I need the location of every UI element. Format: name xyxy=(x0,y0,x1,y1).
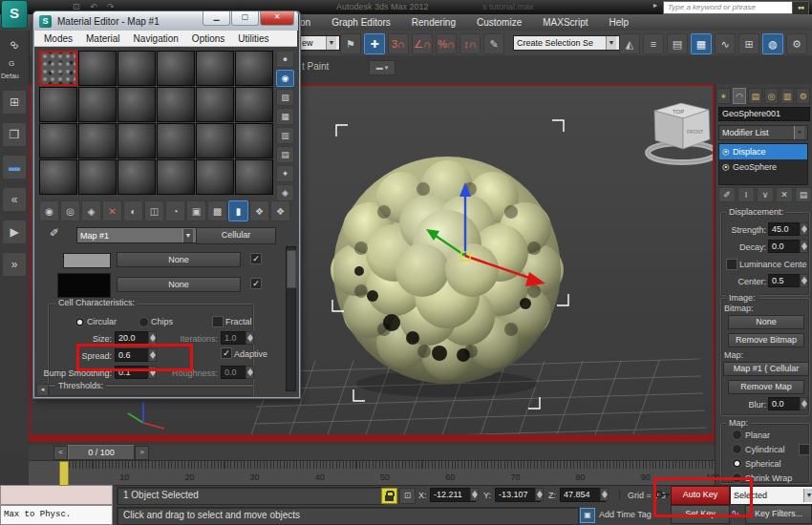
put-to-library-icon[interactable]: ◫ xyxy=(144,200,164,221)
me-menu-material[interactable]: Material xyxy=(86,33,120,44)
named-selection-sets-icon[interactable]: ⚑ xyxy=(340,33,361,54)
sample-slot-22[interactable] xyxy=(157,159,195,195)
chevron-down-icon[interactable]: ▼ xyxy=(803,489,812,502)
iterations-spinner[interactable] xyxy=(246,331,254,345)
infocenter-arrow-icon[interactable]: ▸ xyxy=(653,1,657,10)
next-frame-button[interactable]: > xyxy=(135,446,149,460)
sample-slot-12[interactable] xyxy=(235,87,273,122)
material-editor-icon[interactable]: ◍ xyxy=(762,33,783,54)
go-to-sibling-icon[interactable]: ❖ xyxy=(270,200,290,221)
size-spinner[interactable] xyxy=(148,331,157,345)
search-input[interactable]: Type a keyword or phrase xyxy=(663,1,793,14)
x-spinner[interactable] xyxy=(470,488,479,501)
stack-item-displace[interactable]: ⦿Displace xyxy=(719,144,807,159)
ribbon-collapse-icon[interactable]: ▬ ▾ xyxy=(369,60,395,75)
rigid-body-icon[interactable]: ❐ xyxy=(2,122,27,147)
menu-help[interactable]: Help xyxy=(609,17,629,28)
menu-customize[interactable]: Customize xyxy=(477,17,522,28)
material-type-button[interactable]: Cellular xyxy=(196,227,276,244)
blur-spinner[interactable] xyxy=(800,397,808,410)
reset-simulation-icon[interactable]: « xyxy=(2,187,27,212)
percent-snap-icon[interactable]: %∩ xyxy=(436,33,457,54)
time-slider-handle[interactable] xyxy=(59,461,69,486)
sample-slot-4[interactable] xyxy=(157,51,195,86)
graphite-ribbon-icon[interactable]: ▦ xyxy=(691,33,712,54)
pin-stack-icon[interactable]: ✐ xyxy=(718,187,736,202)
viewcube[interactable]: TOP FRONT xyxy=(648,103,713,162)
sample-type-icon[interactable]: ● xyxy=(276,51,294,68)
cylindrical-radio[interactable] xyxy=(732,444,742,454)
sample-slot-21[interactable] xyxy=(118,159,156,195)
fractal-checkbox[interactable] xyxy=(212,316,224,327)
sample-slot-1[interactable] xyxy=(39,51,77,86)
me-menu-options[interactable]: Options xyxy=(192,33,224,44)
decay-spinner[interactable] xyxy=(800,240,808,253)
curve-editor-icon[interactable]: ∿ xyxy=(715,33,736,54)
rail-tab-graphite[interactable]: G xyxy=(9,59,14,68)
schematic-view-icon[interactable]: ⊞ xyxy=(738,33,759,54)
mirror-icon[interactable]: ◭ xyxy=(619,33,640,54)
size-field[interactable]: 20.0 xyxy=(115,331,153,345)
select-by-material-icon[interactable]: ◈ xyxy=(276,184,294,201)
chips-radio[interactable] xyxy=(139,317,149,327)
make-unique-icon[interactable]: ∨ xyxy=(757,187,774,202)
undo-icon[interactable]: ↶ xyxy=(90,2,97,11)
sample-slot-20[interactable] xyxy=(78,159,117,195)
sample-slot-6[interactable] xyxy=(235,51,273,86)
tab-create-icon[interactable]: ✶ xyxy=(716,88,731,104)
sample-slot-7[interactable] xyxy=(39,87,77,122)
sample-slot-10[interactable] xyxy=(157,87,195,122)
app-logo-icon[interactable]: S xyxy=(1,0,28,29)
sample-slot-2[interactable] xyxy=(78,51,117,86)
me-menu-modes[interactable]: Modes xyxy=(44,33,73,44)
tiling-icon[interactable]: ▥ xyxy=(276,127,294,144)
menu-maxscript[interactable]: MAXScript xyxy=(543,17,588,28)
sample-slot-23[interactable] xyxy=(196,159,234,195)
close-button[interactable]: ✕ xyxy=(260,11,294,26)
rail-tab-default[interactable]: Defau xyxy=(1,73,19,79)
material-editor-titlebar[interactable]: S Material Editor - Map #1 ▁ ▢ ✕ xyxy=(33,11,298,31)
remove-map-button[interactable]: Remove Map xyxy=(728,380,804,394)
absolute-offset-icon[interactable]: ⊡ xyxy=(399,488,416,504)
render-setup-icon[interactable]: ⚙ xyxy=(786,33,807,54)
luminance-center-checkbox[interactable] xyxy=(726,259,737,270)
bitmap-none-button[interactable]: None xyxy=(728,315,804,329)
add-time-tag-label[interactable]: Add Time Tag xyxy=(599,510,652,519)
scrollbar-thumb[interactable] xyxy=(287,250,296,288)
time-tag-icon[interactable]: ▣ xyxy=(580,508,595,523)
selection-lock-icon[interactable] xyxy=(381,488,397,504)
sample-slot-15[interactable] xyxy=(118,123,156,158)
assign-material-icon[interactable]: ◈ xyxy=(81,200,101,221)
pick-material-icon[interactable]: ✐ xyxy=(50,226,59,240)
play-simulation-icon[interactable]: ▶ xyxy=(2,220,27,244)
ribbon-tab-object-paint[interactable]: t Paint xyxy=(302,61,329,72)
sample-slot-24[interactable] xyxy=(235,159,273,195)
sample-slot-19[interactable] xyxy=(39,159,77,195)
tab-motion-icon[interactable]: ◎ xyxy=(764,88,779,104)
capsule-icon[interactable]: ▬ xyxy=(2,155,27,179)
tab-modify-icon[interactable]: ◠ xyxy=(733,88,747,104)
strength-spinner[interactable] xyxy=(800,222,808,236)
step-simulation-icon[interactable]: » xyxy=(2,252,27,277)
chevron-down-icon[interactable]: ▼ xyxy=(606,36,616,50)
scroll-left-icon[interactable]: ◂ xyxy=(36,384,49,396)
modifier-stack[interactable]: ⦿Displace⦿GeoSphere xyxy=(718,143,808,185)
sample-slot-16[interactable] xyxy=(157,123,195,158)
stack-item-geosphere[interactable]: ⦿GeoSphere xyxy=(719,159,807,175)
planar-radio[interactable] xyxy=(732,430,742,440)
video-color-check-icon[interactable]: ▤ xyxy=(276,146,294,163)
geosphere-object[interactable] xyxy=(331,157,564,384)
division-color-swatch[interactable] xyxy=(57,273,111,298)
viewcube-top-label[interactable]: TOP xyxy=(673,109,684,115)
chevron-down-icon[interactable]: ▼ xyxy=(794,126,804,139)
backlight-icon[interactable]: ▧ xyxy=(276,89,294,106)
sample-slot-14[interactable] xyxy=(78,123,117,158)
align-icon[interactable]: ≡ xyxy=(643,33,664,54)
y-spinner[interactable] xyxy=(535,488,544,501)
show-map-in-viewport-icon[interactable]: ▮ xyxy=(228,200,248,221)
y-coordinate-field[interactable]: -13.107 xyxy=(495,488,541,502)
chevron-down-icon[interactable]: ▼ xyxy=(182,229,193,242)
material-name-combo[interactable]: Map #1 ▼ xyxy=(76,227,197,243)
configure-modifier-sets-icon[interactable]: ▤ xyxy=(795,187,812,202)
tab-hierarchy-icon[interactable]: ▤ xyxy=(748,88,762,104)
